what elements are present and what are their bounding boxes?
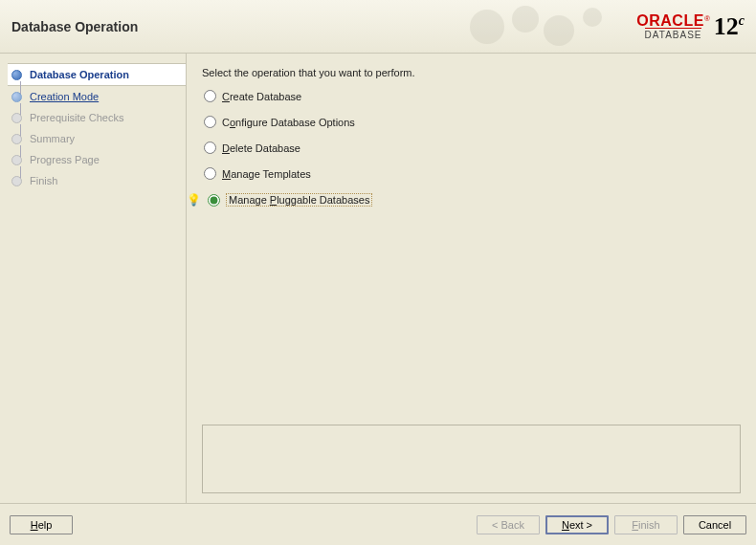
step-label: Creation Mode bbox=[30, 91, 99, 102]
radio-input[interactable] bbox=[208, 194, 220, 207]
svg-point-2 bbox=[544, 15, 574, 46]
help-button[interactable]: Help bbox=[10, 515, 73, 534]
step-dot-icon bbox=[11, 176, 22, 186]
step-dot-icon bbox=[11, 92, 22, 102]
step-dot-icon bbox=[11, 134, 22, 144]
gears-decoration bbox=[458, 0, 631, 54]
radio-input[interactable] bbox=[204, 167, 216, 180]
radio-input[interactable] bbox=[204, 116, 216, 128]
header: Database Operation ORACLE® DATABASE 12c bbox=[0, 0, 756, 54]
footer: Help < Back Next > Finish Cancel bbox=[0, 503, 756, 545]
svg-point-3 bbox=[583, 8, 602, 27]
oracle-logo: ORACLE® DATABASE 12c bbox=[636, 12, 745, 41]
svg-point-1 bbox=[512, 6, 539, 33]
radio-label: Delete Database bbox=[222, 142, 300, 154]
radio-input[interactable] bbox=[204, 142, 216, 154]
radio-option-configure-database-options[interactable]: Configure Database Options bbox=[204, 116, 741, 128]
finish-button: Finish bbox=[614, 515, 678, 534]
radio-label: Create Database bbox=[222, 91, 301, 102]
header-branding: ORACLE® DATABASE 12c bbox=[458, 0, 745, 54]
next-button[interactable]: Next > bbox=[545, 515, 609, 534]
tip-icon: 💡 bbox=[187, 193, 200, 207]
message-area bbox=[202, 425, 741, 493]
step-dot-icon bbox=[11, 70, 22, 80]
operation-radio-group: Create DatabaseConfigure Database Option… bbox=[204, 90, 741, 207]
step-dot-icon bbox=[11, 113, 22, 123]
radio-label: Manage Pluggable Databases bbox=[226, 193, 372, 207]
radio-option-delete-database[interactable]: Delete Database bbox=[204, 142, 741, 154]
wizard-step-creation-mode[interactable]: Creation Mode bbox=[8, 86, 186, 107]
wizard-sidebar: Database OperationCreation ModePrerequis… bbox=[0, 54, 187, 503]
cancel-button[interactable]: Cancel bbox=[683, 515, 746, 534]
radio-option-manage-pluggable-databases[interactable]: 💡Manage Pluggable Databases bbox=[204, 193, 741, 207]
step-label: Prerequisite Checks bbox=[30, 112, 123, 123]
wizard-step-finish: Finish bbox=[8, 170, 186, 191]
wizard-step-database-operation: Database Operation bbox=[8, 63, 186, 86]
radio-option-manage-templates[interactable]: Manage Templates bbox=[204, 167, 741, 180]
step-label: Summary bbox=[30, 133, 75, 144]
wizard-step-progress-page: Progress Page bbox=[8, 149, 186, 170]
radio-option-create-database[interactable]: Create Database bbox=[204, 90, 741, 102]
step-label: Finish bbox=[30, 175, 57, 186]
step-label: Progress Page bbox=[30, 154, 100, 165]
radio-label: Manage Templates bbox=[222, 168, 311, 180]
step-dot-icon bbox=[11, 155, 22, 165]
back-button: < Back bbox=[477, 515, 540, 534]
radio-input[interactable] bbox=[204, 90, 216, 102]
svg-point-0 bbox=[470, 10, 504, 44]
wizard-step-prerequisite-checks: Prerequisite Checks bbox=[8, 107, 186, 128]
operation-prompt: Select the operation that you want to pe… bbox=[202, 67, 741, 78]
wizard-step-summary: Summary bbox=[8, 128, 186, 149]
step-label: Database Operation bbox=[30, 69, 129, 80]
main-panel: Select the operation that you want to pe… bbox=[187, 54, 756, 503]
page-title: Database Operation bbox=[11, 19, 138, 34]
radio-label: Configure Database Options bbox=[222, 117, 355, 128]
